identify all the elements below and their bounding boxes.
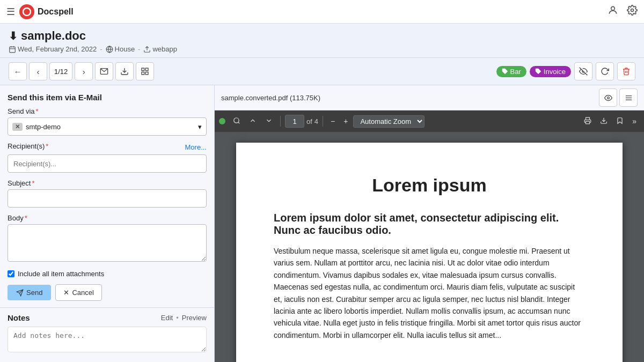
pdf-up-button[interactable] [246,115,260,128]
sidebar-indicator [219,118,225,124]
download-button[interactable] [115,62,134,80]
recipients-required: * [46,142,48,150]
notes-sep: • [176,314,179,322]
settings-icon[interactable] [627,5,638,18]
pdf-subtitle: Lorem ipsum dolor sit amet, consectetur … [274,212,585,237]
recipients-input[interactable] [8,154,207,173]
page-total: 12 [60,68,68,76]
topnav-right [608,5,638,18]
pdf-sep-2 [323,116,323,127]
pdf-content: Lorem ipsum Lorem ipsum dolor sit amet, … [215,132,644,362]
pdf-zoom-select[interactable]: Automatic Zoom [353,115,425,128]
email-form: Send this item via E-Mail Send via * ✕ s… [0,85,214,308]
subject-group: Subject * [8,179,207,208]
pdf-zoom-out-button[interactable]: − [327,115,338,127]
notes-textarea[interactable] [8,327,207,352]
recipients-group: Recipient(s) * More... [8,142,207,173]
pdf-sep-1 [280,116,281,127]
pdf-search-button[interactable] [230,115,244,128]
main-content: Send this item via E-Mail Send via * ✕ s… [0,85,644,362]
user-icon[interactable] [608,5,618,18]
grid-button[interactable] [136,62,154,80]
tag-bar[interactable]: Bar [496,66,526,77]
notes-header: Notes Edit • Preview [8,313,207,322]
recipients-row: Recipient(s) * More... [8,142,207,152]
send-button[interactable]: Send [8,285,51,300]
left-panel: Send this item via E-Mail Send via * ✕ s… [0,85,215,362]
cancel-button[interactable]: ✕ Cancel [55,284,101,301]
body-required: * [25,214,27,222]
svg-point-0 [23,8,31,16]
send-via-select[interactable]: ✕ smtp-demo ▾ [8,117,207,136]
x-badge: ✕ [12,123,23,131]
pdf-filename: sample.converted.pdf (113.75K) [221,94,320,102]
pdf-down-button[interactable] [262,115,276,128]
pdf-body: Vestibulum neque massa, scelerisque sit … [274,245,585,341]
pdf-page-input[interactable] [285,115,304,128]
eye-slash-button[interactable] [574,62,592,80]
doc-folder: House [115,45,135,53]
notes-edit-link[interactable]: Edit [161,314,173,322]
pdf-header: sample.converted.pdf (113.75K) [215,85,644,110]
doc-date: Wed, February 2nd, 2022 [18,45,97,53]
pdf-main-title: Lorem ipsum [274,175,585,196]
svg-rect-25 [586,121,590,124]
attachments-label: Include all item attachments [18,270,104,278]
refresh-button[interactable] [596,62,614,80]
notes-title: Notes [8,313,30,322]
notes-preview-link[interactable]: Preview [182,314,207,322]
attachments-checkbox[interactable] [8,270,14,277]
recipients-label: Recipient(s) * [8,142,48,150]
toolbar: ← ‹ 1 / 12 › Bar Invoice [0,58,644,85]
pdf-page-total: 4 [314,117,318,125]
pdf-menu-button[interactable] [619,88,638,107]
notes-section: Notes Edit • Preview [0,308,214,362]
subject-label: Subject * [8,179,207,187]
pdf-body-text: Vestibulum neque massa, scelerisque sit … [274,245,585,341]
nav-next-button[interactable]: › [75,62,93,80]
app-logo: Docspell [19,4,74,19]
doc-title-icon: ⬇ [9,29,18,42]
send-via-label: Send via * [8,107,207,115]
nav-back-button[interactable]: ← [9,62,27,80]
pdf-bookmark-button[interactable] [613,115,627,128]
page-indicator: 1 / 12 [49,62,72,80]
pdf-print-button[interactable] [581,115,595,128]
notes-actions: Edit • Preview [161,314,207,322]
svg-rect-12 [142,68,144,71]
nav-prev-button[interactable]: ‹ [29,62,47,80]
pdf-page: Lorem ipsum Lorem ipsum dolor sit amet, … [236,143,623,362]
svg-point-1 [611,6,615,10]
doc-source-item: webapp [143,45,177,53]
send-via-text: smtp-demo [26,123,61,131]
send-via-required: * [36,107,39,115]
tag-invoice[interactable]: Invoice [530,66,571,77]
delete-button[interactable] [617,62,635,80]
svg-point-19 [607,97,609,99]
pdf-toolbar: of 4 − + Automatic Zoom » [215,110,644,132]
email-form-title: Send this item via E-Mail [8,93,207,102]
form-actions: Send ✕ Cancel [8,284,207,307]
more-link[interactable]: More... [185,143,207,151]
pdf-zoom-in-button[interactable]: + [340,115,351,127]
topnav-left: ☰ Docspell [6,4,74,19]
svg-rect-13 [146,68,149,71]
send-via-value: ✕ smtp-demo [12,123,61,131]
logo-icon [19,4,34,19]
page-header: ⬇ sample.doc Wed, February 2nd, 2022 - H… [0,24,644,58]
body-group: Body * [8,214,207,263]
doc-folder-item: House [106,45,135,53]
email-button[interactable] [95,62,113,80]
pdf-more-button[interactable]: » [629,115,640,127]
pdf-save-button[interactable] [597,115,611,128]
page-current: 1 [54,68,58,76]
svg-rect-15 [146,72,149,75]
subject-input[interactable] [8,189,207,208]
pdf-eye-button[interactable] [599,88,617,107]
body-textarea[interactable] [8,224,207,262]
hamburger-icon[interactable]: ☰ [6,6,15,18]
subject-required: * [32,179,34,187]
topnav: ☰ Docspell [0,0,644,24]
svg-line-24 [238,122,240,123]
toolbar-left: ← ‹ 1 / 12 › [9,62,154,80]
